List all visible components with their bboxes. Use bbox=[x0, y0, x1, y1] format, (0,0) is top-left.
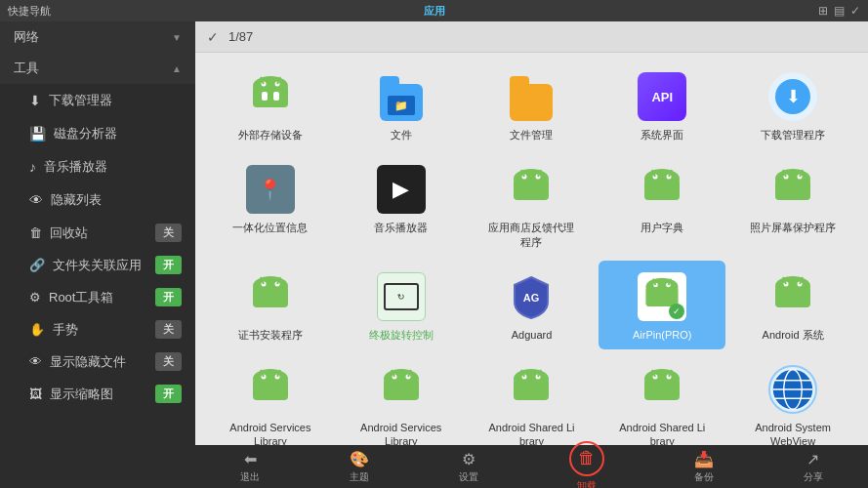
list-item[interactable]: ↻ 终极旋转控制 bbox=[338, 261, 465, 349]
app-label: 文件管理 bbox=[510, 128, 553, 142]
sidebar-item-download-manager[interactable]: ⬇ 下载管理器 bbox=[0, 84, 195, 117]
list-item[interactable]: 照片屏幕保护程序 bbox=[729, 153, 856, 257]
top-bar-title: 快捷导航 bbox=[8, 4, 51, 19]
app-label: Android Shared Library bbox=[618, 421, 706, 445]
airpin-icon: ✓ bbox=[636, 270, 688, 323]
sidebar-item-root-tools[interactable]: ⚙ Root工具箱 开 bbox=[0, 281, 195, 313]
show-hidden-toggle[interactable]: 关 bbox=[155, 352, 182, 371]
list-item[interactable]: ▶ 音乐播放器 bbox=[338, 153, 465, 257]
svg-rect-27 bbox=[253, 286, 288, 307]
app-label: 下载管理程序 bbox=[761, 128, 825, 142]
top-bar-center: 应用 bbox=[424, 4, 445, 19]
svg-rect-58 bbox=[514, 379, 549, 400]
list-item[interactable]: 应用商店反馈代理程序 bbox=[469, 153, 596, 257]
android-system-icon bbox=[766, 270, 819, 323]
gesture-icon: ✋ bbox=[29, 322, 45, 337]
screensaver-icon bbox=[766, 163, 819, 216]
app-label: 用户字典 bbox=[641, 221, 683, 234]
android-shared-lib2-icon bbox=[636, 363, 688, 416]
sidebar-item-show-thumbnails[interactable]: 🖼 显示缩略图 开 bbox=[0, 378, 195, 410]
list-item[interactable]: Android Shared Library bbox=[599, 353, 725, 445]
list-item[interactable]: ✓ AirPin(PRO) bbox=[599, 261, 725, 349]
external-storage-icon bbox=[244, 70, 297, 123]
grid-icon[interactable]: ⊞ bbox=[818, 4, 828, 18]
root-icon: ⚙ bbox=[29, 290, 41, 305]
exit-button[interactable]: ⬅ 退出 bbox=[228, 446, 271, 488]
sidebar-item-recycle-bin[interactable]: 🗑 回收站 关 bbox=[0, 217, 195, 249]
eye-icon: 👁 bbox=[29, 192, 43, 208]
list-item[interactable]: 用户字典 bbox=[599, 153, 725, 257]
theme-icon: 🎨 bbox=[350, 450, 369, 468]
sidebar: 网络 ▼ 工具 ▲ ⬇ 下载管理器 💾 磁盘分析器 ♪ 音乐播放器 👁 隐藏列表… bbox=[0, 21, 195, 488]
backup-button[interactable]: 📥 备份 bbox=[682, 446, 725, 488]
rotation-control-icon: ↻ bbox=[375, 270, 428, 323]
folder-assoc-toggle[interactable]: 开 bbox=[155, 256, 182, 274]
download-prog-icon: ⬇ bbox=[766, 70, 819, 123]
app-label: Android Services Library bbox=[357, 421, 445, 445]
svg-rect-64 bbox=[644, 379, 680, 400]
exit-icon: ⬅ bbox=[244, 450, 257, 468]
list-item[interactable]: 外部存储设备 bbox=[207, 61, 334, 149]
list-item[interactable]: Android Shared Library bbox=[469, 353, 596, 445]
sidebar-item-show-hidden[interactable]: 👁 显示隐藏文件 关 bbox=[0, 346, 195, 378]
uninstall-button[interactable]: 🗑 卸载 bbox=[558, 437, 616, 489]
list-item[interactable]: 证书安装程序 bbox=[207, 261, 334, 349]
svg-rect-21 bbox=[775, 179, 810, 200]
app-label: 文件 bbox=[391, 128, 412, 142]
theme-button[interactable]: 🎨 主题 bbox=[338, 446, 381, 488]
list-item[interactable]: 📁 文件 bbox=[338, 61, 465, 149]
list-item[interactable]: ⬇ 下载管理程序 bbox=[729, 61, 856, 149]
chevron-up-icon: ▲ bbox=[172, 63, 182, 74]
sidebar-item-gesture[interactable]: ✋ 手势 关 bbox=[0, 313, 195, 346]
sidebar-item-folder-assoc[interactable]: 🔗 文件夹关联应用 开 bbox=[0, 249, 195, 281]
adguard-icon: AG bbox=[505, 270, 558, 323]
uninstall-circle-icon: 🗑 bbox=[569, 441, 604, 476]
download-icon: ⬇ bbox=[29, 93, 41, 108]
svg-text:AG: AG bbox=[523, 292, 540, 304]
list-item[interactable]: API 系统界面 bbox=[599, 61, 725, 149]
svg-rect-9 bbox=[514, 179, 549, 200]
android-system-webview-icon bbox=[766, 363, 819, 416]
show-thumbnails-toggle[interactable]: 开 bbox=[155, 385, 182, 403]
list-item[interactable]: Android Services Library bbox=[207, 353, 334, 445]
app-label: 应用商店反馈代理程序 bbox=[487, 221, 575, 249]
list-item[interactable]: 文件管理 bbox=[469, 61, 596, 149]
app-store-proxy-icon bbox=[505, 163, 558, 216]
top-bar: 快捷导航 应用 ⊞ ▤ ✓ bbox=[0, 0, 868, 21]
location-icon: 📍 bbox=[244, 163, 297, 216]
sidebar-section-network[interactable]: 网络 ▼ bbox=[0, 21, 195, 53]
list-item[interactable]: Android System WebView bbox=[729, 353, 856, 445]
app-label: AirPin(PRO) bbox=[633, 328, 692, 342]
settings-label: 设置 bbox=[459, 470, 478, 484]
recycle-toggle[interactable]: 关 bbox=[155, 224, 182, 242]
trash-icon: 🗑 bbox=[29, 225, 42, 240]
backup-label: 备份 bbox=[694, 470, 714, 484]
link-icon: 🔗 bbox=[29, 258, 45, 272]
share-button[interactable]: ↗ 分享 bbox=[792, 446, 835, 488]
list-item[interactable]: 📍 一体化位置信息 bbox=[207, 153, 334, 257]
app-label: Adguard bbox=[512, 328, 553, 342]
list-item[interactable]: AG Adguard bbox=[469, 261, 596, 349]
music-icon: ♪ bbox=[29, 159, 36, 175]
sidebar-item-hidden-list[interactable]: 👁 隐藏列表 bbox=[0, 183, 195, 217]
root-toggle[interactable]: 开 bbox=[155, 288, 182, 306]
check-icon[interactable]: ✓ bbox=[850, 4, 860, 18]
share-label: 分享 bbox=[804, 470, 823, 484]
files-icon: 📁 bbox=[375, 70, 428, 123]
check-mark: ✓ bbox=[207, 29, 219, 45]
thumbnail-icon: 🖼 bbox=[29, 386, 42, 401]
list-item[interactable]: Android Services Library bbox=[338, 353, 465, 445]
sidebar-item-disk-analyzer[interactable]: 💾 磁盘分析器 bbox=[0, 117, 195, 150]
hidden-file-icon: 👁 bbox=[29, 354, 42, 369]
list-icon[interactable]: ▤ bbox=[834, 4, 845, 18]
list-item[interactable]: Android 系统 bbox=[729, 261, 856, 349]
bottom-bar: ⬅ 退出 🎨 主题 ⚙ 设置 🗑 卸载 📥 备份 ↗ bbox=[195, 445, 868, 488]
gesture-toggle[interactable]: 关 bbox=[155, 320, 182, 339]
sidebar-section-tools[interactable]: 工具 ▲ bbox=[0, 53, 195, 84]
settings-button[interactable]: ⚙ 设置 bbox=[447, 446, 490, 488]
svg-rect-46 bbox=[253, 379, 288, 400]
sidebar-item-music-player[interactable]: ♪ 音乐播放器 bbox=[0, 150, 195, 183]
content-header: ✓ 1/87 bbox=[195, 21, 868, 53]
share-icon: ↗ bbox=[806, 450, 819, 468]
cert-installer-icon bbox=[244, 270, 297, 323]
